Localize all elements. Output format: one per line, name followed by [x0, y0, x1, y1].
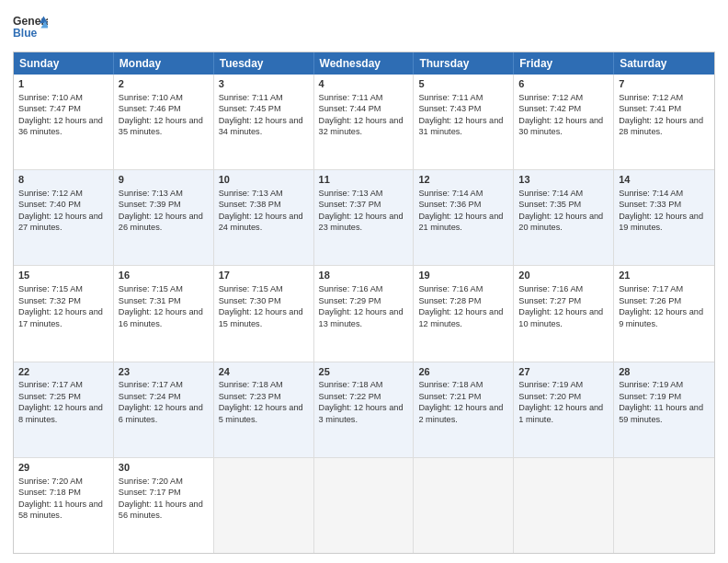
- sunrise-label: Sunrise: 7:15 AM: [18, 284, 83, 293]
- sunset-label: Sunset: 7:21 PM: [418, 392, 481, 401]
- sunset-label: Sunset: 7:32 PM: [18, 296, 81, 305]
- daylight-label: Daylight: 12 hours and 1 minute.: [518, 403, 603, 423]
- sunrise-label: Sunrise: 7:19 AM: [619, 380, 683, 389]
- daylight-label: Daylight: 12 hours and 24 minutes.: [219, 212, 303, 232]
- day-number: 11: [319, 173, 409, 187]
- sunset-label: Sunset: 7:17 PM: [119, 488, 181, 497]
- day-cell-17: 17Sunrise: 7:15 AMSunset: 7:30 PMDayligh…: [214, 266, 314, 361]
- day-cell-19: 19Sunrise: 7:16 AMSunset: 7:28 PMDayligh…: [414, 266, 514, 361]
- day-number: 6: [518, 77, 609, 91]
- day-number: 25: [319, 365, 409, 379]
- day-number: 3: [219, 77, 309, 91]
- day-number: 29: [18, 461, 108, 475]
- sunset-label: Sunset: 7:30 PM: [219, 296, 281, 305]
- sunrise-label: Sunrise: 7:19 AM: [518, 380, 583, 389]
- sunrise-label: Sunrise: 7:13 AM: [119, 189, 183, 198]
- daylight-label: Daylight: 12 hours and 35 minutes.: [119, 116, 203, 136]
- sunset-label: Sunset: 7:22 PM: [319, 392, 381, 401]
- day-number: 26: [418, 365, 508, 379]
- day-cell-24: 24Sunrise: 7:18 AMSunset: 7:23 PMDayligh…: [214, 362, 314, 457]
- calendar-week-3: 15Sunrise: 7:15 AMSunset: 7:32 PMDayligh…: [14, 266, 714, 362]
- sunrise-label: Sunrise: 7:14 AM: [619, 189, 683, 198]
- calendar-week-2: 8Sunrise: 7:12 AMSunset: 7:40 PMDaylight…: [14, 170, 714, 266]
- sunset-label: Sunset: 7:31 PM: [119, 296, 181, 305]
- day-cell-2: 2Sunrise: 7:10 AMSunset: 7:46 PMDaylight…: [114, 75, 214, 169]
- sunrise-label: Sunrise: 7:15 AM: [119, 284, 183, 293]
- sunset-label: Sunset: 7:23 PM: [219, 392, 281, 401]
- day-header-thursday: Thursday: [414, 52, 514, 75]
- sunset-label: Sunset: 7:36 PM: [418, 200, 481, 209]
- sunrise-label: Sunrise: 7:11 AM: [219, 93, 283, 102]
- sunrise-label: Sunrise: 7:15 AM: [219, 284, 283, 293]
- day-cell-4: 4Sunrise: 7:11 AMSunset: 7:44 PMDaylight…: [314, 75, 415, 169]
- daylight-label: Daylight: 12 hours and 8 minutes.: [18, 403, 103, 423]
- daylight-label: Daylight: 12 hours and 9 minutes.: [619, 307, 703, 327]
- sunrise-label: Sunrise: 7:16 AM: [518, 284, 583, 293]
- day-number: 16: [119, 269, 209, 282]
- day-number: 23: [119, 365, 209, 379]
- day-number: 8: [18, 173, 108, 187]
- sunset-label: Sunset: 7:39 PM: [119, 200, 181, 209]
- day-cell-29: 29Sunrise: 7:20 AMSunset: 7:18 PMDayligh…: [14, 458, 114, 553]
- day-cell-26: 26Sunrise: 7:18 AMSunset: 7:21 PMDayligh…: [414, 362, 514, 457]
- calendar-header: SundayMondayTuesdayWednesdayThursdayFrid…: [14, 52, 714, 75]
- daylight-label: Daylight: 12 hours and 10 minutes.: [518, 307, 603, 327]
- sunrise-label: Sunrise: 7:14 AM: [418, 189, 483, 198]
- empty-cell: [514, 458, 614, 553]
- day-number: 21: [619, 269, 710, 282]
- sunrise-label: Sunrise: 7:10 AM: [18, 93, 83, 102]
- sunset-label: Sunset: 7:41 PM: [619, 104, 681, 113]
- sunrise-label: Sunrise: 7:11 AM: [319, 93, 383, 102]
- daylight-label: Daylight: 12 hours and 5 minutes.: [219, 403, 303, 423]
- day-cell-10: 10Sunrise: 7:13 AMSunset: 7:38 PMDayligh…: [214, 170, 314, 265]
- empty-cell: [314, 458, 415, 553]
- sunset-label: Sunset: 7:19 PM: [619, 392, 681, 401]
- day-number: 20: [518, 269, 609, 282]
- daylight-label: Daylight: 12 hours and 26 minutes.: [119, 212, 203, 232]
- empty-cell: [614, 458, 714, 553]
- day-number: 12: [418, 173, 508, 187]
- sunrise-label: Sunrise: 7:13 AM: [319, 189, 383, 198]
- day-number: 2: [119, 77, 209, 91]
- daylight-label: Daylight: 11 hours and 56 minutes.: [119, 500, 203, 520]
- day-cell-16: 16Sunrise: 7:15 AMSunset: 7:31 PMDayligh…: [114, 266, 214, 361]
- day-number: 22: [18, 365, 108, 379]
- daylight-label: Daylight: 12 hours and 12 minutes.: [418, 307, 503, 327]
- daylight-label: Daylight: 12 hours and 6 minutes.: [119, 403, 203, 423]
- sunrise-label: Sunrise: 7:12 AM: [619, 93, 683, 102]
- sunset-label: Sunset: 7:27 PM: [518, 296, 581, 305]
- day-cell-20: 20Sunrise: 7:16 AMSunset: 7:27 PMDayligh…: [514, 266, 614, 361]
- sunrise-label: Sunrise: 7:14 AM: [518, 189, 583, 198]
- day-cell-21: 21Sunrise: 7:17 AMSunset: 7:26 PMDayligh…: [614, 266, 714, 361]
- logo-icon: General Blue: [13, 9, 48, 44]
- day-cell-15: 15Sunrise: 7:15 AMSunset: 7:32 PMDayligh…: [14, 266, 114, 361]
- sunrise-label: Sunrise: 7:13 AM: [219, 189, 283, 198]
- daylight-label: Daylight: 12 hours and 32 minutes.: [319, 116, 404, 136]
- day-number: 15: [18, 269, 108, 282]
- day-cell-1: 1Sunrise: 7:10 AMSunset: 7:47 PMDaylight…: [14, 75, 114, 169]
- day-number: 4: [319, 77, 409, 91]
- daylight-label: Daylight: 12 hours and 3 minutes.: [319, 403, 404, 423]
- day-cell-14: 14Sunrise: 7:14 AMSunset: 7:33 PMDayligh…: [614, 170, 714, 265]
- day-number: 13: [518, 173, 609, 187]
- day-header-tuesday: Tuesday: [214, 52, 314, 75]
- daylight-label: Daylight: 12 hours and 16 minutes.: [119, 307, 203, 327]
- day-cell-27: 27Sunrise: 7:19 AMSunset: 7:20 PMDayligh…: [514, 362, 614, 457]
- logo: General Blue: [13, 9, 48, 44]
- sunset-label: Sunset: 7:28 PM: [418, 296, 481, 305]
- sunset-label: Sunset: 7:26 PM: [619, 296, 681, 305]
- sunset-label: Sunset: 7:18 PM: [18, 488, 81, 497]
- day-number: 19: [418, 269, 508, 282]
- day-cell-7: 7Sunrise: 7:12 AMSunset: 7:41 PMDaylight…: [614, 75, 714, 169]
- sunset-label: Sunset: 7:40 PM: [18, 200, 81, 209]
- daylight-label: Daylight: 12 hours and 15 minutes.: [219, 307, 303, 327]
- day-number: 5: [418, 77, 508, 91]
- sunset-label: Sunset: 7:37 PM: [319, 200, 381, 209]
- day-number: 28: [619, 365, 710, 379]
- day-cell-8: 8Sunrise: 7:12 AMSunset: 7:40 PMDaylight…: [14, 170, 114, 265]
- daylight-label: Daylight: 12 hours and 21 minutes.: [418, 212, 503, 232]
- day-header-friday: Friday: [514, 52, 614, 75]
- sunrise-label: Sunrise: 7:18 AM: [319, 380, 383, 389]
- day-number: 18: [319, 269, 409, 282]
- sunrise-label: Sunrise: 7:17 AM: [18, 380, 83, 389]
